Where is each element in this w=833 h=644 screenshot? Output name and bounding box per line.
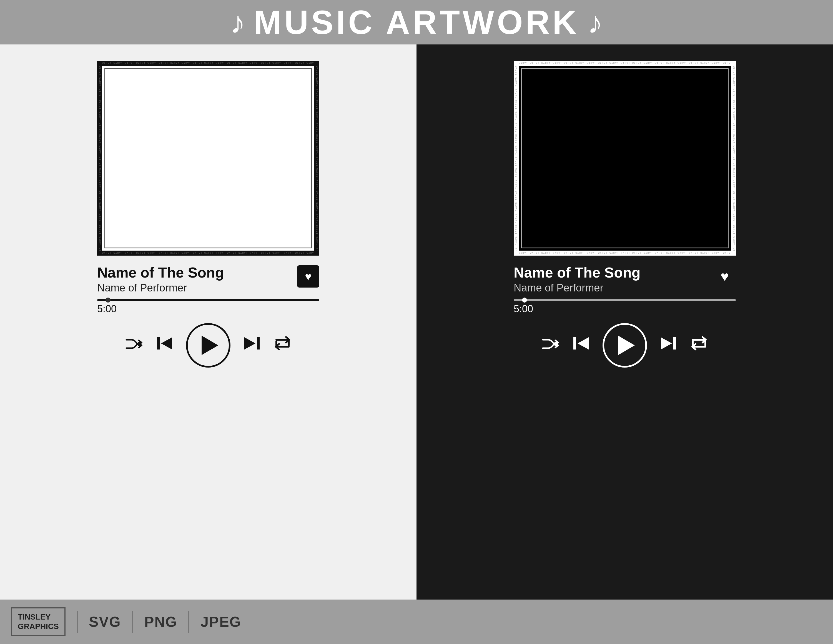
frame-strip-left-light: WAUV1 WAUV1 WAUV1 WAUV1 WAUV1 WAUV1 WAUV… [98, 66, 101, 251]
time-display-light: 5:00 [97, 303, 319, 315]
footer-divider-2 [132, 611, 133, 633]
progress-bar-light[interactable] [97, 299, 319, 301]
svg-rect-1 [257, 337, 260, 349]
repeat-button-dark[interactable] [690, 336, 708, 355]
song-info-dark: Name of The Song Name of Performer ♥ [514, 264, 736, 295]
song-title-light: Name of The Song [97, 264, 224, 281]
time-display-dark: 5:00 [514, 303, 736, 315]
song-text-dark: Name of The Song Name of Performer [514, 264, 640, 295]
frame-strip-top-dark: WAUV1 WAUV1 WAUV1 WAUV1 WAUV1 WAUV1 WAUV… [519, 62, 731, 65]
album-art-dark: WAUV1 WAUV1 WAUV1 WAUV1 WAUV1 WAUV1 WAUV… [514, 61, 736, 256]
format-svg: SVG [89, 613, 121, 630]
prev-button-dark[interactable] [573, 335, 589, 356]
page-title: MUSIC ARTWORK [254, 3, 579, 42]
heart-icon-dark: ♥ [720, 268, 729, 285]
controls-dark [514, 323, 736, 367]
repeat-button-light[interactable] [273, 336, 291, 355]
heart-icon-light: ♥ [305, 270, 312, 283]
progress-thumb-dark[interactable] [522, 298, 527, 303]
music-note-right-icon: ♪ [587, 5, 603, 40]
progress-container-dark[interactable] [514, 299, 736, 301]
song-info-light: Name of The Song Name of Performer ♥ [97, 264, 319, 295]
heart-badge-dark[interactable]: ♥ [714, 265, 736, 288]
frame-strip-bottom-dark: WAUV1 WAUV1 WAUV1 WAUV1 WAUV1 WAUV1 WAUV… [519, 252, 731, 254]
song-performer-light: Name of Performer [97, 281, 224, 295]
play-triangle-light [202, 336, 218, 355]
play-button-dark[interactable] [603, 323, 647, 367]
frame-strip-right-light: WAUV1 WAUV1 WAUV1 WAUV1 WAUV1 WAUV1 WAUV… [316, 66, 318, 251]
song-performer-dark: Name of Performer [514, 281, 640, 295]
album-art-light: WAUV1 WAUV1 WAUV1 WAUV1 WAUV1 WAUV1 WAUV… [97, 61, 319, 256]
prev-button-light[interactable] [157, 335, 172, 356]
shuffle-button-dark[interactable] [542, 336, 560, 355]
frame-strip-top-light: WAUV1 WAUV1 WAUV1 WAUV1 WAUV1 WAUV1 WAUV… [102, 62, 314, 65]
next-button-dark[interactable] [661, 335, 676, 356]
brand-line1: TINSLEY [18, 612, 59, 622]
progress-bar-dark[interactable] [514, 299, 736, 301]
svg-rect-3 [673, 337, 676, 349]
light-panel: WAUV1 WAUV1 WAUV1 WAUV1 WAUV1 WAUV1 WAUV… [0, 45, 416, 599]
play-button-light[interactable] [186, 323, 230, 367]
song-text-light: Name of The Song Name of Performer [97, 264, 224, 295]
brand-box: TINSLEY GRAPHICS [11, 607, 66, 636]
frame-strip-right-dark: WAUV1 WAUV1 WAUV1 WAUV1 WAUV1 WAUV1 WAUV… [732, 66, 735, 251]
progress-thumb-light[interactable] [106, 298, 111, 303]
svg-rect-0 [157, 337, 160, 349]
shuffle-button-light[interactable] [125, 336, 143, 355]
main-content: WAUV1 WAUV1 WAUV1 WAUV1 WAUV1 WAUV1 WAUV… [0, 45, 833, 599]
next-button-light[interactable] [244, 335, 260, 356]
header: ♪ MUSIC ARTWORK ♪ [0, 0, 833, 45]
dark-panel: WAUV1 WAUV1 WAUV1 WAUV1 WAUV1 WAUV1 WAUV… [416, 45, 833, 599]
svg-rect-2 [573, 337, 576, 349]
footer-divider-3 [188, 611, 189, 633]
brand-line2: GRAPHICS [18, 622, 59, 631]
song-title-dark: Name of The Song [514, 264, 640, 281]
format-png: PNG [145, 613, 177, 630]
frame-strip-left-dark: WAUV1 WAUV1 WAUV1 WAUV1 WAUV1 WAUV1 WAUV… [515, 66, 517, 251]
music-note-left-icon: ♪ [230, 5, 246, 40]
frame-strip-bottom-light: WAUV1 WAUV1 WAUV1 WAUV1 WAUV1 WAUV1 WAUV… [102, 252, 314, 254]
format-jpeg: JPEG [201, 613, 241, 630]
heart-badge-light[interactable]: ♥ [297, 265, 319, 288]
play-triangle-dark [618, 336, 635, 355]
controls-light [97, 323, 319, 367]
footer: TINSLEY GRAPHICS SVG PNG JPEG [0, 599, 833, 644]
progress-container-light[interactable] [97, 299, 319, 301]
footer-divider-1 [77, 611, 78, 633]
